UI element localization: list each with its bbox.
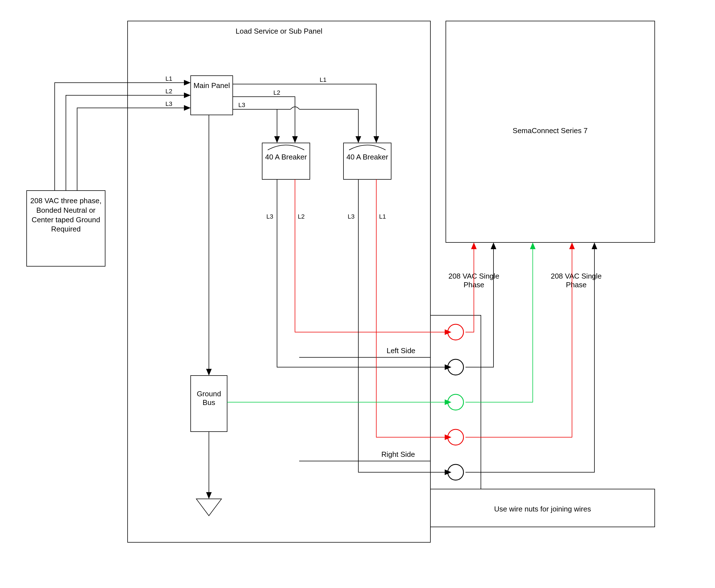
- terminal-1-red: [448, 324, 464, 340]
- lbl-b2-l1: L1: [379, 213, 386, 220]
- device-text: SemaConnect Series 7: [513, 126, 588, 135]
- breaker-2-text: 40 A Breaker: [347, 153, 388, 161]
- sub-panel-title: Load Service or Sub Panel: [236, 27, 322, 35]
- left-side-label: Left Side: [387, 346, 415, 355]
- lbl-mp-l3: L3: [238, 102, 245, 108]
- lbl-src-l1: L1: [165, 75, 172, 82]
- lbl-mp-l1: L1: [320, 76, 326, 83]
- sub-panel-box: [127, 21, 430, 542]
- source-box-text: 208 VAC three phase, Bonded Neutral or C…: [30, 196, 102, 233]
- lbl-b2-l3: L3: [348, 213, 354, 220]
- lbl-mp-l2: L2: [273, 89, 280, 96]
- ground-bus-text: Ground Bus: [197, 390, 221, 407]
- breaker-1-text: 40 A Breaker: [265, 153, 307, 161]
- right-side-label: Right Side: [381, 450, 415, 459]
- lbl-src-l3: L3: [165, 100, 172, 107]
- note-text: Use wire nuts for joining wires: [494, 505, 591, 513]
- lbl-b1-l2: L2: [298, 213, 305, 220]
- terminal-5-black: [448, 464, 464, 480]
- lbl-src-l2: L2: [165, 88, 172, 95]
- wiring-diagram: Load Service or Sub Panel 208 VAC three …: [0, 0, 715, 588]
- lbl-b1-l3: L3: [266, 213, 273, 220]
- main-panel-text: Main Panel: [193, 81, 230, 90]
- vac-label-right: 208 VAC Single Phase: [551, 272, 602, 289]
- terminal-2-black: [448, 359, 464, 375]
- terminal-3-green: [448, 394, 464, 410]
- terminal-4-red: [448, 429, 464, 445]
